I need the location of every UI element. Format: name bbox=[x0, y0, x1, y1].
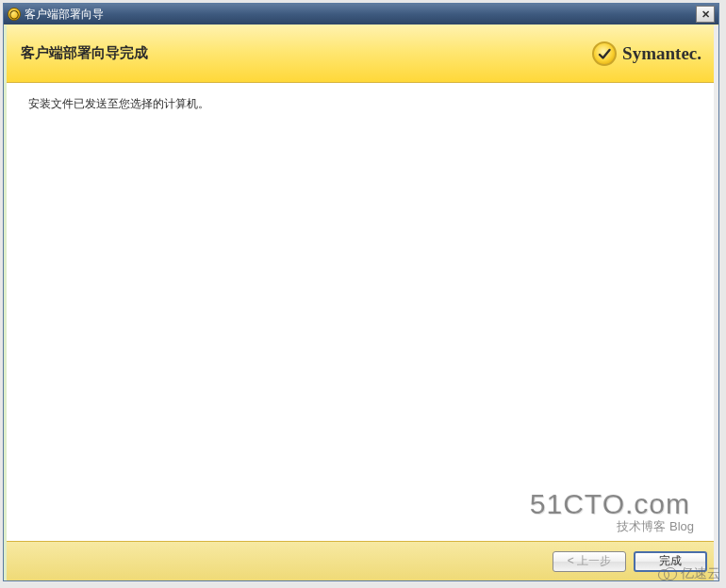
finish-button[interactable]: 完成 bbox=[634, 551, 707, 572]
close-icon: ✕ bbox=[701, 8, 710, 21]
back-button[interactable]: < 上一步 bbox=[553, 551, 626, 572]
footer-bar: < 上一步 完成 bbox=[4, 541, 718, 580]
page-title: 客户端部署向导完成 bbox=[21, 44, 148, 62]
window-title: 客户端部署向导 bbox=[25, 7, 104, 23]
titlebar-left: ◯ 客户端部署向导 bbox=[8, 7, 104, 23]
symantec-logo-icon bbox=[592, 41, 617, 66]
body-text: 安装文件已发送至您选择的计算机。 bbox=[28, 96, 694, 112]
content-area: 安装文件已发送至您选择的计算机。 bbox=[4, 83, 718, 541]
header-banner: 客户端部署向导完成 Symantec. bbox=[4, 24, 718, 83]
right-border bbox=[714, 25, 718, 580]
left-border bbox=[4, 25, 7, 580]
brand-text: Symantec. bbox=[622, 43, 701, 64]
titlebar: ◯ 客户端部署向导 ✕ bbox=[4, 4, 718, 24]
symantec-shield-icon: ◯ bbox=[8, 8, 21, 21]
brand-area: Symantec. bbox=[592, 41, 701, 66]
close-button[interactable]: ✕ bbox=[696, 6, 715, 23]
wizard-window: ◯ 客户端部署向导 ✕ 客户端部署向导完成 Symantec. 安装文件已发送至… bbox=[3, 3, 719, 581]
